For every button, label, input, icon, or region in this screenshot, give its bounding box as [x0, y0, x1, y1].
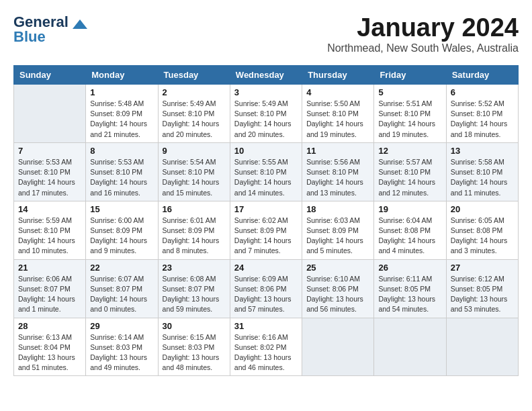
table-row: 16Sunrise: 6:01 AM Sunset: 8:09 PM Dayli… [158, 201, 230, 259]
day-number: 3 [234, 87, 298, 97]
header-wednesday: Wednesday [230, 66, 302, 85]
day-number: 31 [234, 321, 298, 331]
day-number: 24 [234, 263, 298, 273]
day-number: 7 [18, 146, 81, 156]
table-row [374, 318, 446, 376]
day-number: 30 [163, 321, 226, 331]
day-number: 20 [451, 204, 514, 214]
table-row: 26Sunrise: 6:11 AM Sunset: 8:05 PM Dayli… [374, 259, 446, 318]
day-info: Sunrise: 6:03 AM Sunset: 8:09 PM Dayligh… [306, 216, 369, 257]
day-number: 14 [18, 204, 81, 214]
day-number: 22 [90, 263, 153, 273]
logo-icon [73, 19, 87, 29]
day-info: Sunrise: 5:58 AM Sunset: 8:10 PM Dayligh… [451, 157, 514, 198]
day-number: 11 [306, 146, 369, 156]
day-info: Sunrise: 6:01 AM Sunset: 8:09 PM Dayligh… [163, 216, 226, 257]
table-row: 7Sunrise: 5:53 AM Sunset: 8:10 PM Daylig… [14, 142, 86, 201]
table-row: 10Sunrise: 5:55 AM Sunset: 8:10 PM Dayli… [230, 142, 302, 201]
table-row: 19Sunrise: 6:04 AM Sunset: 8:08 PM Dayli… [374, 201, 446, 259]
table-row: 27Sunrise: 6:12 AM Sunset: 8:05 PM Dayli… [446, 259, 518, 318]
table-row: 31Sunrise: 6:16 AM Sunset: 8:02 PM Dayli… [230, 318, 302, 376]
table-row: 12Sunrise: 5:57 AM Sunset: 8:10 PM Dayli… [374, 142, 446, 201]
table-row: 13Sunrise: 5:58 AM Sunset: 8:10 PM Dayli… [446, 142, 518, 201]
table-row: 18Sunrise: 6:03 AM Sunset: 8:09 PM Dayli… [302, 201, 374, 259]
day-number: 17 [234, 204, 298, 214]
table-row: 25Sunrise: 6:10 AM Sunset: 8:06 PM Dayli… [302, 259, 374, 318]
day-info: Sunrise: 5:57 AM Sunset: 8:10 PM Dayligh… [378, 157, 441, 198]
day-number: 26 [378, 263, 441, 273]
day-number: 15 [90, 204, 153, 214]
day-number: 16 [163, 204, 226, 214]
table-row: 15Sunrise: 6:00 AM Sunset: 8:09 PM Dayli… [86, 201, 158, 259]
calendar-table: Sunday Monday Tuesday Wednesday Thursday… [13, 65, 519, 376]
table-row [302, 318, 374, 376]
table-row: 14Sunrise: 5:59 AM Sunset: 8:10 PM Dayli… [14, 201, 86, 259]
day-info: Sunrise: 6:07 AM Sunset: 8:07 PM Dayligh… [90, 274, 153, 315]
table-row: 3Sunrise: 5:49 AM Sunset: 8:10 PM Daylig… [230, 85, 302, 143]
day-number: 27 [451, 263, 514, 273]
header-friday: Friday [374, 66, 446, 85]
day-number: 12 [378, 146, 441, 156]
day-info: Sunrise: 6:16 AM Sunset: 8:02 PM Dayligh… [234, 332, 298, 373]
day-info: Sunrise: 6:00 AM Sunset: 8:09 PM Dayligh… [90, 216, 153, 257]
svg-marker-0 [73, 19, 87, 29]
day-info: Sunrise: 5:51 AM Sunset: 8:10 PM Dayligh… [378, 99, 441, 140]
table-row: 20Sunrise: 6:05 AM Sunset: 8:08 PM Dayli… [446, 201, 518, 259]
day-number: 1 [90, 87, 153, 97]
page-header: General Blue January 2024 Northmead, New… [13, 13, 519, 54]
day-info: Sunrise: 5:54 AM Sunset: 8:10 PM Dayligh… [163, 157, 226, 198]
day-number: 8 [90, 146, 153, 156]
calendar-week-row: 28Sunrise: 6:13 AM Sunset: 8:04 PM Dayli… [14, 318, 519, 376]
day-info: Sunrise: 6:14 AM Sunset: 8:03 PM Dayligh… [90, 332, 153, 373]
table-row: 9Sunrise: 5:54 AM Sunset: 8:10 PM Daylig… [158, 142, 230, 201]
day-number: 28 [18, 321, 81, 331]
day-info: Sunrise: 6:10 AM Sunset: 8:06 PM Dayligh… [306, 274, 369, 315]
day-number: 13 [451, 146, 514, 156]
day-info: Sunrise: 6:08 AM Sunset: 8:07 PM Dayligh… [163, 274, 226, 315]
day-info: Sunrise: 5:50 AM Sunset: 8:10 PM Dayligh… [306, 99, 369, 140]
calendar-week-row: 1Sunrise: 5:48 AM Sunset: 8:09 PM Daylig… [14, 85, 519, 143]
day-info: Sunrise: 6:05 AM Sunset: 8:08 PM Dayligh… [451, 216, 514, 257]
location-subtitle: Northmead, New South Wales, Australia [327, 42, 519, 54]
day-info: Sunrise: 6:12 AM Sunset: 8:05 PM Dayligh… [451, 274, 514, 315]
day-info: Sunrise: 6:06 AM Sunset: 8:07 PM Dayligh… [18, 274, 81, 315]
day-info: Sunrise: 6:11 AM Sunset: 8:05 PM Dayligh… [378, 274, 441, 315]
logo-text-general: General [13, 13, 69, 30]
day-info: Sunrise: 5:49 AM Sunset: 8:10 PM Dayligh… [234, 99, 298, 140]
day-number: 5 [378, 87, 441, 97]
day-info: Sunrise: 5:53 AM Sunset: 8:10 PM Dayligh… [90, 157, 153, 198]
day-number: 18 [306, 204, 369, 214]
table-row: 6Sunrise: 5:52 AM Sunset: 8:10 PM Daylig… [446, 85, 518, 143]
day-number: 6 [451, 87, 514, 97]
calendar-week-row: 21Sunrise: 6:06 AM Sunset: 8:07 PM Dayli… [14, 259, 519, 318]
table-row: 22Sunrise: 6:07 AM Sunset: 8:07 PM Dayli… [86, 259, 158, 318]
day-number: 9 [163, 146, 226, 156]
table-row: 11Sunrise: 5:56 AM Sunset: 8:10 PM Dayli… [302, 142, 374, 201]
table-row: 21Sunrise: 6:06 AM Sunset: 8:07 PM Dayli… [14, 259, 86, 318]
day-number: 4 [306, 87, 369, 97]
table-row: 29Sunrise: 6:14 AM Sunset: 8:03 PM Dayli… [86, 318, 158, 376]
table-row [14, 85, 86, 143]
day-info: Sunrise: 6:15 AM Sunset: 8:03 PM Dayligh… [163, 332, 226, 373]
logo: General Blue [13, 13, 87, 46]
calendar-header-row: Sunday Monday Tuesday Wednesday Thursday… [14, 66, 519, 85]
header-saturday: Saturday [446, 66, 518, 85]
header-thursday: Thursday [302, 66, 374, 85]
day-number: 10 [234, 146, 298, 156]
header-sunday: Sunday [14, 66, 86, 85]
day-info: Sunrise: 5:56 AM Sunset: 8:10 PM Dayligh… [306, 157, 369, 198]
day-number: 29 [90, 321, 153, 331]
calendar-week-row: 7Sunrise: 5:53 AM Sunset: 8:10 PM Daylig… [14, 142, 519, 201]
table-row: 2Sunrise: 5:49 AM Sunset: 8:10 PM Daylig… [158, 85, 230, 143]
table-row: 23Sunrise: 6:08 AM Sunset: 8:07 PM Dayli… [158, 259, 230, 318]
day-info: Sunrise: 6:09 AM Sunset: 8:06 PM Dayligh… [234, 274, 298, 315]
table-row: 30Sunrise: 6:15 AM Sunset: 8:03 PM Dayli… [158, 318, 230, 376]
table-row [446, 318, 518, 376]
header-tuesday: Tuesday [158, 66, 230, 85]
day-info: Sunrise: 6:02 AM Sunset: 8:09 PM Dayligh… [234, 216, 298, 257]
day-info: Sunrise: 5:53 AM Sunset: 8:10 PM Dayligh… [18, 157, 81, 198]
day-info: Sunrise: 6:04 AM Sunset: 8:08 PM Dayligh… [378, 216, 441, 257]
month-title: January 2024 [327, 13, 519, 42]
day-info: Sunrise: 5:52 AM Sunset: 8:10 PM Dayligh… [451, 99, 514, 140]
table-row: 8Sunrise: 5:53 AM Sunset: 8:10 PM Daylig… [86, 142, 158, 201]
